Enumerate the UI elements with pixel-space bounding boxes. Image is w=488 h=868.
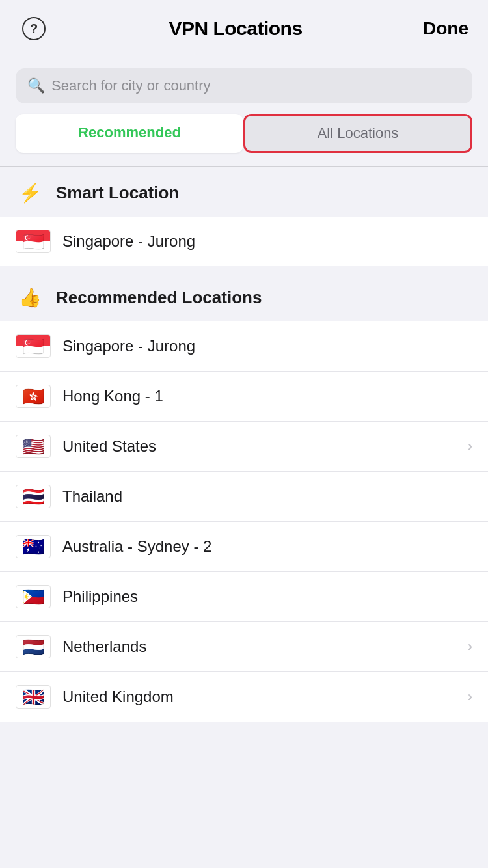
location-name: Australia - Sydney - 2: [62, 537, 472, 556]
netherlands-flag: [16, 635, 51, 658]
list-item[interactable]: Netherlands ›: [0, 622, 488, 672]
recommended-locations-title: Recommended Locations: [56, 288, 262, 308]
list-item[interactable]: Thailand: [0, 472, 488, 522]
page-title: VPN Locations: [169, 18, 302, 40]
recommended-locations-list: Singapore - Jurong Hong Kong - 1 United …: [0, 321, 488, 722]
singapore-flag: [16, 230, 51, 253]
thailand-flag: [16, 485, 51, 508]
singapore-flag: [16, 334, 51, 358]
list-item[interactable]: Hong Kong - 1: [0, 372, 488, 422]
header: ? VPN Locations Done: [0, 0, 488, 55]
search-input[interactable]: [51, 77, 461, 94]
list-item[interactable]: Philippines: [0, 572, 488, 622]
chevron-icon: ›: [468, 438, 472, 455]
tab-all-locations[interactable]: All Locations: [243, 114, 472, 153]
smart-location-list: Singapore - Jurong: [0, 217, 488, 266]
smart-location-title: Smart Location: [56, 183, 179, 203]
location-name: United States: [62, 437, 456, 455]
search-bar[interactable]: 🔍: [16, 68, 472, 103]
recommended-locations-header: 👍 Recommended Locations: [0, 271, 488, 321]
location-name: Singapore - Jurong: [62, 337, 472, 355]
location-name: Philippines: [62, 588, 472, 606]
search-icon: 🔍: [27, 79, 45, 93]
thumbsup-icon: 👍: [16, 287, 44, 308]
uk-flag: [16, 685, 51, 709]
location-name: Singapore - Jurong: [62, 232, 472, 251]
australia-flag: [16, 535, 51, 558]
list-item[interactable]: United Kingdom ›: [0, 672, 488, 722]
location-name: Hong Kong - 1: [62, 387, 472, 405]
list-item[interactable]: Singapore - Jurong: [0, 321, 488, 372]
section-gap-1: [0, 266, 488, 271]
location-name: Netherlands: [62, 638, 456, 656]
list-item[interactable]: Australia - Sydney - 2: [0, 522, 488, 572]
location-name: Thailand: [62, 487, 472, 506]
help-button[interactable]: ?: [20, 14, 48, 43]
hongkong-flag: [16, 385, 51, 408]
list-item[interactable]: United States ›: [0, 422, 488, 472]
tab-recommended[interactable]: Recommended: [16, 114, 243, 153]
philippines-flag: [16, 585, 51, 608]
lightning-icon: ⚡: [16, 182, 44, 204]
location-name: United Kingdom: [62, 688, 456, 706]
us-flag: [16, 435, 51, 458]
chevron-icon: ›: [468, 688, 472, 705]
chevron-icon: ›: [468, 638, 472, 655]
search-container: 🔍: [0, 55, 488, 114]
tabs-container: Recommended All Locations: [0, 114, 488, 166]
done-button[interactable]: Done: [423, 18, 468, 39]
help-icon: ?: [22, 17, 46, 40]
smart-location-header: ⚡ Smart Location: [0, 167, 488, 217]
list-item[interactable]: Singapore - Jurong: [0, 217, 488, 266]
